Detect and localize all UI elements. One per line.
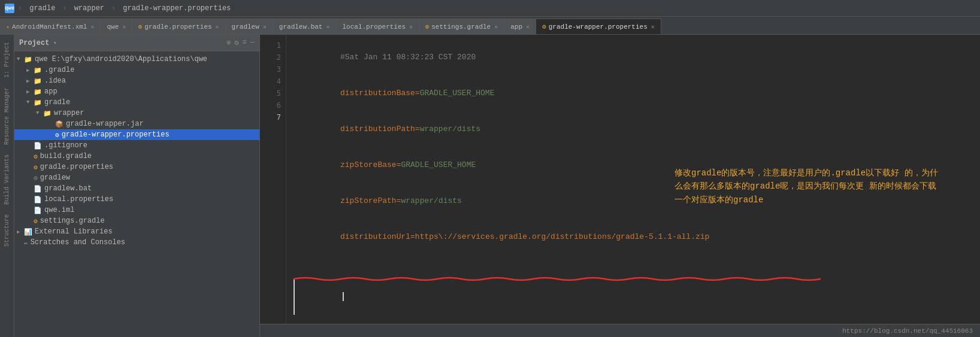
tree-arrow: ▶ bbox=[26, 67, 34, 74]
tree-item-settings-gradle[interactable]: ▶ ⚙ settings.gradle bbox=[14, 215, 259, 226]
tree-item-local-properties[interactable]: ▶ 📄 local.properties bbox=[14, 194, 259, 205]
sidebar-item-build-variants[interactable]: Build Variants bbox=[1, 150, 13, 210]
val-text: GRADLE_USER_HOME bbox=[401, 160, 476, 169]
settings-icon[interactable]: ≡ bbox=[243, 38, 247, 47]
tree-item-label: Scratches and Consoles bbox=[31, 238, 125, 247]
tree-item-external-libraries[interactable]: ▶ 📊 External Libraries bbox=[14, 226, 259, 237]
code-line-7 bbox=[294, 279, 973, 315]
locate-icon[interactable]: ⊕ bbox=[226, 38, 231, 47]
library-icon: 📊 bbox=[24, 228, 32, 236]
sidebar-item-project[interactable]: 1: Project bbox=[1, 37, 13, 83]
tree-item-wrapper[interactable]: ▼ 📁 wrapper bbox=[14, 108, 259, 119]
tree-item-app[interactable]: ▶ 📁 app bbox=[14, 86, 259, 97]
close-icon[interactable]: ✕ bbox=[526, 23, 530, 31]
tree-item-label: qwe.iml bbox=[44, 206, 74, 214]
equals: = bbox=[410, 232, 415, 241]
tree-item-gradle-properties[interactable]: ▶ ⚙ gradle.properties bbox=[14, 162, 259, 172]
iml-icon: 📄 bbox=[34, 207, 42, 214]
tree-item-gradle-wrapper-properties[interactable]: ▶ ⚙ gradle-wrapper.properties bbox=[14, 129, 259, 140]
main-layout: 1: Project Resource Manager Build Varian… bbox=[0, 35, 980, 337]
close-icon[interactable]: ✕ bbox=[122, 23, 126, 31]
tab-gradlew-bat[interactable]: gradlew.bat ✕ bbox=[273, 19, 337, 34]
close-icon[interactable]: ✕ bbox=[216, 23, 219, 31]
gitignore-icon: 📄 bbox=[34, 142, 42, 150]
code-line-2: distributionBase=GRADLE_USER_HOME bbox=[294, 75, 973, 111]
panel-dropdown-arrow[interactable]: ▾ bbox=[53, 39, 57, 47]
tree-item-gitignore[interactable]: ▶ 📄 .gitignore bbox=[14, 140, 259, 151]
close-icon[interactable]: ✕ bbox=[409, 23, 413, 31]
equals: = bbox=[415, 125, 420, 133]
tree-item-gradle-wrapper-jar[interactable]: ▶ 📦 gradle-wrapper.jar bbox=[14, 119, 259, 129]
top-navigation-bar: qwe › gradle › wrapper › gradle-wrapper.… bbox=[0, 0, 980, 17]
close-icon[interactable]: ✕ bbox=[651, 23, 655, 31]
tab-gradle-wrapper-properties[interactable]: ⚙ gradle-wrapper.properties ✕ bbox=[536, 19, 661, 34]
tab-label: gradlew bbox=[232, 23, 259, 31]
gradle-icon: ⚙ bbox=[138, 23, 142, 31]
gradle-icon: ⚙ bbox=[34, 153, 38, 160]
local-properties-icon: 📄 bbox=[34, 196, 42, 204]
settings-gradle-icon: ⚙ bbox=[34, 217, 38, 225]
tree-item-gradlew-bat[interactable]: ▶ 📄 gradlew.bat bbox=[14, 183, 259, 194]
nav-sep1: › bbox=[18, 4, 22, 13]
tree-item-label: gradlew bbox=[40, 174, 70, 182]
jar-icon: 📦 bbox=[55, 120, 63, 128]
annotation-box: 修改gradle的版本号，注意最好是用户的.gradle以下载好 的，为什么会有… bbox=[674, 166, 944, 207]
tree-item-label: gradle.properties bbox=[40, 163, 113, 171]
tree-item-scratches[interactable]: ▶ ✏ Scratches and Consoles bbox=[14, 237, 259, 248]
tree-arrow: ▶ bbox=[26, 89, 34, 95]
project-panel: Project ▾ ⊕ ⚙ ≡ — ▼ 📁 qwe E:\gfxy\androi… bbox=[14, 35, 260, 337]
tree-item-qwe-root[interactable]: ▼ 📁 qwe E:\gfxy\android2020\Applications… bbox=[14, 54, 259, 65]
tab-gradle-properties[interactable]: ⚙ gradle.properties ✕ bbox=[132, 19, 225, 34]
minimize-icon[interactable]: — bbox=[250, 38, 255, 47]
folder-icon: 📁 bbox=[34, 88, 42, 96]
editor-content[interactable]: 1 2 3 4 5 6 7 #Sat Jan 11 08:32:23 CST 2… bbox=[260, 35, 980, 324]
sidebar-item-resource-manager[interactable]: Resource Manager bbox=[1, 83, 13, 150]
nav-gradle[interactable]: gradle bbox=[26, 3, 59, 14]
left-sidebar-icons: 1: Project Resource Manager Build Varian… bbox=[0, 35, 14, 337]
tab-qwe[interactable]: qwe ✕ bbox=[101, 19, 132, 34]
code-line-1: #Sat Jan 11 08:32:23 CST 2020 bbox=[294, 40, 973, 75]
sidebar-item-structure[interactable]: Structure bbox=[1, 210, 13, 251]
project-panel-title: Project bbox=[19, 39, 49, 47]
tab-settings-gradle[interactable]: ⚙ settings.gradle ✕ bbox=[419, 19, 504, 34]
tree-item-label: wrapper bbox=[54, 109, 84, 117]
url-text: https\://services.gradle.org/distributio… bbox=[415, 232, 709, 241]
close-icon[interactable]: ✕ bbox=[326, 23, 329, 31]
tab-androidmanifest[interactable]: ✦ AndroidManifest.xml ✕ bbox=[0, 19, 101, 34]
tab-label: qwe bbox=[107, 23, 119, 31]
breadcrumb: qwe › gradle › wrapper › gradle-wrapper.… bbox=[5, 3, 234, 14]
close-icon[interactable]: ✕ bbox=[90, 23, 94, 31]
code-line-3: distributionPath=wrapper/dists bbox=[294, 111, 973, 147]
tree-item-gradlew[interactable]: ▶ ⚙ gradlew bbox=[14, 172, 259, 183]
line-num-6: 6 bbox=[260, 99, 286, 111]
code-line-6: distributionUrl=https\://services.gradle… bbox=[294, 219, 973, 279]
key-text: distributionPath bbox=[340, 125, 415, 133]
tree-item-idea[interactable]: ▶ 📁 .idea bbox=[14, 75, 259, 86]
folder-icon: 📁 bbox=[24, 56, 32, 63]
nav-file[interactable]: gradle-wrapper.properties bbox=[119, 3, 234, 14]
line-num-7: 7 bbox=[260, 111, 286, 123]
gear-icon[interactable]: ⚙ bbox=[234, 38, 238, 47]
tree-item-label: app bbox=[44, 87, 58, 96]
tree-item-build-gradle[interactable]: ▶ ⚙ build.gradle bbox=[14, 151, 259, 162]
tab-local-properties[interactable]: local.properties ✕ bbox=[337, 19, 420, 34]
code-editor[interactable]: #Sat Jan 11 08:32:23 CST 2020 distributi… bbox=[286, 35, 980, 324]
tab-app[interactable]: app ✕ bbox=[504, 19, 536, 34]
nav-wrapper[interactable]: wrapper bbox=[71, 3, 108, 14]
tab-gradlew[interactable]: gradlew ✕ bbox=[226, 19, 273, 34]
tree-item-label: gradlew.bat bbox=[44, 184, 92, 193]
line-num-2: 2 bbox=[260, 51, 286, 63]
tree-item-gradle[interactable]: ▼ 📁 gradle bbox=[14, 97, 259, 108]
close-icon[interactable]: ✕ bbox=[494, 23, 498, 31]
tree-item-qwe-iml[interactable]: ▶ 📄 qwe.iml bbox=[14, 205, 259, 215]
tree-item-label: gradle bbox=[44, 98, 70, 107]
file-tree: ▼ 📁 qwe E:\gfxy\android2020\Applications… bbox=[14, 51, 259, 337]
file-icon: ⚙ bbox=[34, 174, 38, 182]
tree-item-gradle-hidden[interactable]: ▶ 📁 .gradle bbox=[14, 65, 259, 75]
folder-icon: 📁 bbox=[34, 99, 42, 107]
line-num-4: 4 bbox=[260, 75, 286, 87]
tab-label: gradle.properties bbox=[144, 23, 211, 31]
red-underline-annotation bbox=[294, 275, 833, 283]
close-icon[interactable]: ✕ bbox=[263, 23, 267, 31]
key-text: distributionUrl bbox=[340, 232, 410, 241]
